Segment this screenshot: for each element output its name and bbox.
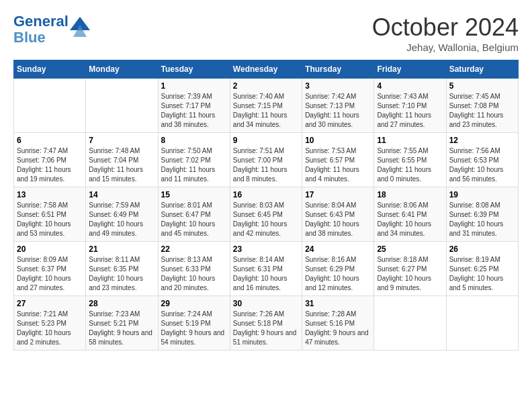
week-row-2: 6Sunrise: 7:47 AMSunset: 7:06 PMDaylight… xyxy=(14,133,519,187)
calendar-cell: 20Sunrise: 8:09 AMSunset: 6:37 PMDayligh… xyxy=(14,242,86,296)
logo: General Blue xyxy=(13,13,90,46)
day-info: Sunrise: 7:43 AMSunset: 7:10 PMDaylight:… xyxy=(377,92,443,130)
day-number: 1 xyxy=(161,81,227,91)
day-info: Sunrise: 8:13 AMSunset: 6:33 PMDaylight:… xyxy=(161,255,227,293)
page-header: General Blue October 2024 Jehay, Walloni… xyxy=(13,13,519,53)
calendar-cell: 3Sunrise: 7:42 AMSunset: 7:13 PMDaylight… xyxy=(302,79,374,133)
calendar-cell: 11Sunrise: 7:55 AMSunset: 6:55 PMDayligh… xyxy=(374,133,446,187)
calendar-cell: 8Sunrise: 7:50 AMSunset: 7:02 PMDaylight… xyxy=(158,133,230,187)
day-info: Sunrise: 8:09 AMSunset: 6:37 PMDaylight:… xyxy=(17,255,83,293)
calendar-cell: 6Sunrise: 7:47 AMSunset: 7:06 PMDaylight… xyxy=(14,133,86,187)
weekday-header-friday: Friday xyxy=(374,60,446,79)
day-number: 2 xyxy=(233,81,299,91)
day-number: 8 xyxy=(161,136,227,145)
day-info: Sunrise: 7:47 AMSunset: 7:06 PMDaylight:… xyxy=(17,146,83,184)
day-info: Sunrise: 7:45 AMSunset: 7:08 PMDaylight:… xyxy=(449,92,515,130)
calendar-cell: 13Sunrise: 7:58 AMSunset: 6:51 PMDayligh… xyxy=(14,187,86,242)
calendar-cell: 12Sunrise: 7:56 AMSunset: 6:53 PMDayligh… xyxy=(446,133,518,187)
weekday-header-monday: Monday xyxy=(86,60,158,79)
day-info: Sunrise: 7:40 AMSunset: 7:15 PMDaylight:… xyxy=(233,92,299,130)
day-number: 7 xyxy=(89,136,154,145)
calendar-cell: 10Sunrise: 7:53 AMSunset: 6:57 PMDayligh… xyxy=(302,133,374,187)
location: Jehay, Wallonia, Belgium xyxy=(372,42,519,53)
day-info: Sunrise: 7:39 AMSunset: 7:17 PMDaylight:… xyxy=(161,92,227,130)
calendar-cell: 14Sunrise: 7:59 AMSunset: 6:49 PMDayligh… xyxy=(86,187,158,242)
calendar-cell: 19Sunrise: 8:08 AMSunset: 6:39 PMDayligh… xyxy=(446,187,518,242)
day-number: 29 xyxy=(161,299,227,308)
calendar-table: SundayMondayTuesdayWednesdayThursdayFrid… xyxy=(13,60,519,351)
calendar-cell: 28Sunrise: 7:23 AMSunset: 5:21 PMDayligh… xyxy=(86,296,158,351)
day-info: Sunrise: 7:42 AMSunset: 7:13 PMDaylight:… xyxy=(305,92,371,130)
calendar-cell: 17Sunrise: 8:04 AMSunset: 6:43 PMDayligh… xyxy=(302,187,374,242)
week-row-1: 1Sunrise: 7:39 AMSunset: 7:17 PMDaylight… xyxy=(14,79,519,133)
weekday-header-tuesday: Tuesday xyxy=(158,60,230,79)
calendar-cell: 1Sunrise: 7:39 AMSunset: 7:17 PMDaylight… xyxy=(158,79,230,133)
calendar-cell xyxy=(374,296,446,351)
day-info: Sunrise: 8:18 AMSunset: 6:27 PMDaylight:… xyxy=(377,255,443,293)
day-info: Sunrise: 7:56 AMSunset: 6:53 PMDaylight:… xyxy=(449,146,515,184)
day-number: 11 xyxy=(377,136,443,145)
calendar-cell: 16Sunrise: 8:03 AMSunset: 6:45 PMDayligh… xyxy=(230,187,302,242)
day-info: Sunrise: 8:19 AMSunset: 6:25 PMDaylight:… xyxy=(449,255,515,293)
weekday-header-sunday: Sunday xyxy=(14,60,86,79)
weekday-header-wednesday: Wednesday xyxy=(230,60,302,79)
calendar-cell: 27Sunrise: 7:21 AMSunset: 5:23 PMDayligh… xyxy=(14,296,86,351)
day-number: 30 xyxy=(233,299,299,308)
day-info: Sunrise: 7:59 AMSunset: 6:49 PMDaylight:… xyxy=(89,201,154,238)
day-number: 21 xyxy=(89,244,154,254)
day-number: 26 xyxy=(449,244,515,254)
day-info: Sunrise: 7:50 AMSunset: 7:02 PMDaylight:… xyxy=(161,146,227,184)
day-number: 25 xyxy=(377,244,443,254)
day-number: 17 xyxy=(305,190,371,199)
calendar-cell: 23Sunrise: 8:14 AMSunset: 6:31 PMDayligh… xyxy=(230,242,302,296)
logo-icon xyxy=(70,17,90,37)
logo-general: General xyxy=(13,13,69,30)
day-info: Sunrise: 8:14 AMSunset: 6:31 PMDaylight:… xyxy=(233,255,299,293)
day-number: 10 xyxy=(305,136,371,145)
logo-text: General Blue xyxy=(13,13,69,46)
calendar-cell xyxy=(446,296,518,351)
calendar-cell: 29Sunrise: 7:24 AMSunset: 5:19 PMDayligh… xyxy=(158,296,230,351)
day-number: 23 xyxy=(233,244,299,254)
calendar-cell: 25Sunrise: 8:18 AMSunset: 6:27 PMDayligh… xyxy=(374,242,446,296)
day-number: 22 xyxy=(161,244,227,254)
month-title: October 2024 xyxy=(372,13,519,42)
day-number: 12 xyxy=(449,136,515,145)
day-info: Sunrise: 8:08 AMSunset: 6:39 PMDaylight:… xyxy=(449,201,515,238)
day-info: Sunrise: 7:28 AMSunset: 5:16 PMDaylight:… xyxy=(305,310,371,347)
calendar-cell: 18Sunrise: 8:06 AMSunset: 6:41 PMDayligh… xyxy=(374,187,446,242)
day-number: 4 xyxy=(377,81,443,91)
calendar-cell xyxy=(86,79,158,133)
day-info: Sunrise: 7:55 AMSunset: 6:55 PMDaylight:… xyxy=(377,146,443,184)
day-info: Sunrise: 8:06 AMSunset: 6:41 PMDaylight:… xyxy=(377,201,443,238)
weekday-header-row: SundayMondayTuesdayWednesdayThursdayFrid… xyxy=(14,60,519,79)
calendar-cell: 5Sunrise: 7:45 AMSunset: 7:08 PMDaylight… xyxy=(446,79,518,133)
day-number: 5 xyxy=(449,81,515,91)
week-row-5: 27Sunrise: 7:21 AMSunset: 5:23 PMDayligh… xyxy=(14,296,519,351)
day-info: Sunrise: 8:04 AMSunset: 6:43 PMDaylight:… xyxy=(305,201,371,238)
day-number: 18 xyxy=(377,190,443,199)
weekday-header-thursday: Thursday xyxy=(302,60,374,79)
calendar-cell: 26Sunrise: 8:19 AMSunset: 6:25 PMDayligh… xyxy=(446,242,518,296)
day-number: 15 xyxy=(161,190,227,199)
day-info: Sunrise: 8:16 AMSunset: 6:29 PMDaylight:… xyxy=(305,255,371,293)
day-number: 28 xyxy=(89,299,154,308)
day-number: 13 xyxy=(17,190,83,199)
calendar-cell: 30Sunrise: 7:26 AMSunset: 5:18 PMDayligh… xyxy=(230,296,302,351)
weekday-header-saturday: Saturday xyxy=(446,60,518,79)
day-number: 27 xyxy=(17,299,83,308)
day-info: Sunrise: 7:53 AMSunset: 6:57 PMDaylight:… xyxy=(305,146,371,184)
calendar-cell: 2Sunrise: 7:40 AMSunset: 7:15 PMDaylight… xyxy=(230,79,302,133)
day-number: 24 xyxy=(305,244,371,254)
day-info: Sunrise: 8:01 AMSunset: 6:47 PMDaylight:… xyxy=(161,201,227,238)
day-number: 19 xyxy=(449,190,515,199)
calendar-cell: 4Sunrise: 7:43 AMSunset: 7:10 PMDaylight… xyxy=(374,79,446,133)
day-info: Sunrise: 7:51 AMSunset: 7:00 PMDaylight:… xyxy=(233,146,299,184)
day-info: Sunrise: 7:23 AMSunset: 5:21 PMDaylight:… xyxy=(89,310,154,347)
title-block: October 2024 Jehay, Wallonia, Belgium xyxy=(372,13,519,53)
calendar-cell: 9Sunrise: 7:51 AMSunset: 7:00 PMDaylight… xyxy=(230,133,302,187)
day-number: 20 xyxy=(17,244,83,254)
day-number: 3 xyxy=(305,81,371,91)
day-number: 31 xyxy=(305,299,371,308)
calendar-cell: 31Sunrise: 7:28 AMSunset: 5:16 PMDayligh… xyxy=(302,296,374,351)
